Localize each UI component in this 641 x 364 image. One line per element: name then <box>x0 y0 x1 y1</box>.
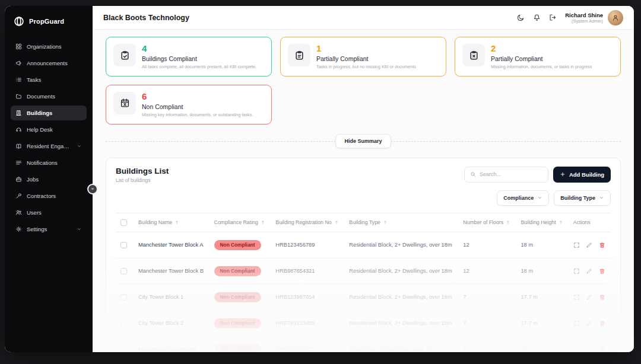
sidebar-item[interactable]: Resident Engagement <box>11 139 87 154</box>
sidebar-item[interactable]: Settings <box>11 222 87 237</box>
search-icon <box>470 171 476 177</box>
summary-card-body: 4 Buildings Compliant All tasks complete… <box>142 44 256 69</box>
sidebar-item[interactable]: Buildings <box>11 106 87 120</box>
expand-row-icon[interactable] <box>573 294 580 301</box>
propguard-logo-icon <box>13 15 25 27</box>
table-row[interactable]: City Tower Block 2 Non Compliant HRB7891… <box>116 310 611 336</box>
sidebar-item[interactable]: Help Desk <box>11 122 87 137</box>
expand-row-icon[interactable] <box>573 242 580 248</box>
compliance-filter-button[interactable]: Compliance <box>497 190 549 206</box>
logout-icon[interactable] <box>549 14 557 21</box>
delete-trash-icon[interactable] <box>599 294 605 301</box>
clipboard-x-icon <box>469 50 479 60</box>
megaphone-icon <box>15 60 22 66</box>
cell-number-of-floors: 8 <box>458 336 516 352</box>
sort-asc-icon <box>383 220 388 225</box>
delete-trash-icon[interactable] <box>599 346 605 352</box>
expand-row-icon[interactable] <box>573 320 580 327</box>
cell-building-height: 18 m <box>516 232 568 258</box>
cell-number-of-floors: 12 <box>458 258 516 284</box>
sidebar-item-label: Contractors <box>27 193 82 199</box>
summary-card-body: 1 Partially Compliant Tasks in progress,… <box>316 44 416 69</box>
sidebar-item-label: Help Desk <box>27 126 82 133</box>
chevron-down-icon <box>599 195 604 200</box>
cell-building-type: Mixed Use, 2+ Dwellings, over 18m <box>344 336 458 352</box>
row-checkbox[interactable] <box>120 242 127 248</box>
sort-asc-icon <box>506 220 510 225</box>
notifications-bell-icon[interactable] <box>533 14 541 21</box>
cell-building-type: Residential Block, 2+ Dwellings, over 18… <box>344 310 458 336</box>
edit-icon[interactable] <box>586 268 592 274</box>
summary-card: 6 Non Compliant Missing key information,… <box>106 85 272 124</box>
sort-asc-icon <box>559 220 563 225</box>
edit-icon[interactable] <box>586 320 592 327</box>
sidebar-collapse-button[interactable]: « <box>87 184 98 194</box>
sidebar-item[interactable]: Announcements <box>11 56 87 71</box>
search-input[interactable] <box>480 171 542 177</box>
column-label: Compliance Rating <box>214 219 258 225</box>
table-row[interactable]: Manchester Tower Block B Non Compliant H… <box>116 258 611 284</box>
sidebar-item[interactable]: Tasks <box>11 72 87 87</box>
sidebar-item-label: Users <box>27 209 82 216</box>
sort-asc-icon <box>174 220 179 225</box>
cell-building-name: Manchester Tower Block B <box>134 258 210 284</box>
building-type-filter-label: Building Type <box>560 195 595 201</box>
sidebar-item[interactable]: Jobs <box>11 172 87 187</box>
summary-count: 6 <box>142 92 253 101</box>
edit-icon[interactable] <box>586 346 592 352</box>
sidebar-item[interactable]: Notifications <box>11 155 87 170</box>
table-row[interactable]: City Tower Block 1 Non Compliant HRB1239… <box>116 284 611 310</box>
column-header-building-name[interactable]: Building Name <box>138 219 179 225</box>
building-type-filter-button[interactable]: Building Type <box>554 190 611 206</box>
expand-row-icon[interactable] <box>573 346 580 352</box>
summary-count: 4 <box>142 44 256 53</box>
column-header-building-height[interactable]: Building Height <box>521 219 563 225</box>
column-header-registration-no[interactable]: Building Registration No <box>275 219 338 225</box>
sidebar-item[interactable]: Contractors <box>11 189 87 203</box>
avatar[interactable] <box>608 10 623 25</box>
clipboard-check-icon <box>120 50 130 60</box>
delete-trash-icon[interactable] <box>599 320 605 327</box>
expand-row-icon[interactable] <box>573 268 580 274</box>
row-checkbox[interactable] <box>120 346 127 352</box>
search-box <box>464 167 548 183</box>
hide-summary-button[interactable]: Hide Summary <box>335 134 391 148</box>
summary-card: 4 Buildings Compliant All tasks complete… <box>106 37 272 76</box>
column-header-building-type[interactable]: Building Type <box>349 219 388 225</box>
buildings-list-card: Buildings List List of buildings Add Bui… <box>106 158 621 353</box>
delete-trash-icon[interactable] <box>599 268 605 274</box>
summary-count: 2 <box>491 44 592 53</box>
help-desk-icon <box>15 126 22 133</box>
row-checkbox[interactable] <box>120 294 127 301</box>
sidebar-item[interactable]: Documents <box>11 89 87 104</box>
buildings-table: Building Name Compliance Rating Building… <box>116 213 611 353</box>
sidebar-item[interactable]: Organizations <box>11 39 87 54</box>
cell-registration-no: HRB123456789 <box>271 232 344 258</box>
row-checkbox[interactable] <box>120 320 127 327</box>
user-name: Richard Shine <box>565 12 603 18</box>
summary-card-icon-box <box>462 44 485 66</box>
summary-description: Tasks in progress, but no missing KBI or… <box>316 64 416 69</box>
row-checkbox[interactable] <box>120 268 127 274</box>
cell-number-of-floors: 7 <box>458 284 516 310</box>
compliance-badge: Non Compliant <box>214 344 261 352</box>
buildings-list-controls: Add Building <box>464 167 611 183</box>
select-all-checkbox[interactable] <box>120 219 127 226</box>
delete-trash-icon[interactable] <box>599 242 605 248</box>
edit-icon[interactable] <box>586 294 592 301</box>
notifications-icon <box>15 159 22 166</box>
column-header-compliance-rating[interactable]: Compliance Rating <box>214 219 265 225</box>
cell-building-height: 21 m <box>516 336 568 352</box>
summary-count: 1 <box>316 44 416 53</box>
summary-card-icon-box <box>288 44 310 66</box>
table-row[interactable]: Manchester Tower Block A Non Compliant H… <box>116 232 611 258</box>
add-building-button[interactable]: Add Building <box>553 167 611 183</box>
dark-mode-moon-icon[interactable] <box>517 14 525 21</box>
buildings-list-header: Buildings List List of buildings Add Bui… <box>116 167 611 183</box>
edit-icon[interactable] <box>586 242 592 248</box>
table-row[interactable]: Manchester Apartments Non Compliant HRB4… <box>116 336 611 352</box>
column-header-number-of-floors[interactable]: Number of Floors <box>463 219 510 225</box>
sidebar-item[interactable]: Users <box>11 205 87 220</box>
user-menu[interactable]: Richard Shine (System Admin) <box>565 10 623 25</box>
sidebar-item-label: Resident Engagement <box>27 143 72 149</box>
